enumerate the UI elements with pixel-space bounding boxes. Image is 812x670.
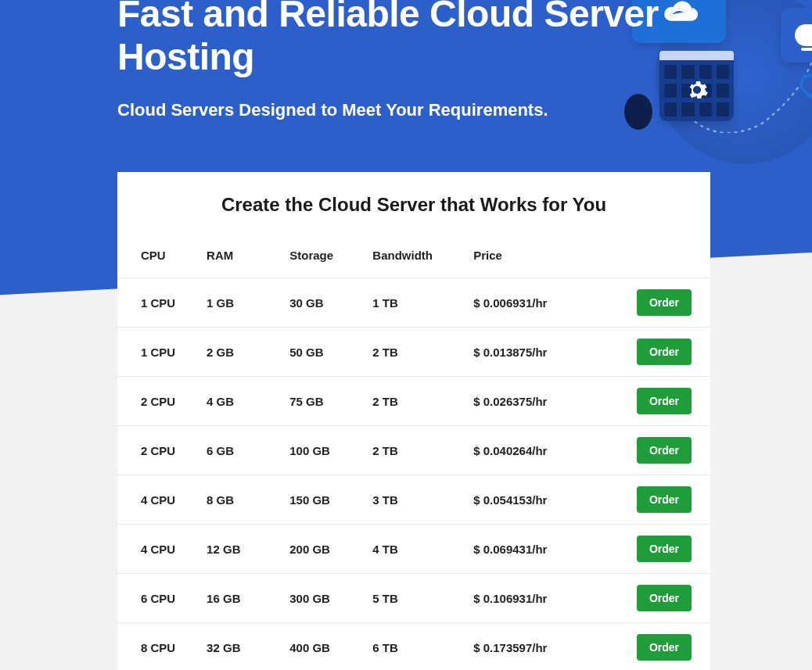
table-row: 1 CPU1 GB30 GB1 TB$ 0.006931/hrOrder: [117, 278, 710, 328]
cell-price: $ 0.106931/hr: [467, 574, 621, 623]
table-row: 6 CPU16 GB300 GB5 TB$ 0.106931/hrOrder: [117, 574, 710, 623]
col-storage: Storage: [283, 238, 366, 278]
table-row: 8 CPU32 GB400 GB6 TB$ 0.173597/hrOrder: [117, 623, 710, 671]
page-title: Fast and Reliable Cloud Server Hosting: [117, 0, 695, 78]
cell-cpu: 6 CPU: [117, 574, 200, 623]
page-subtitle: Cloud Servers Designed to Meet Your Requ…: [117, 100, 695, 120]
cell-ram: 4 GB: [200, 377, 283, 426]
cell-price: $ 0.026375/hr: [467, 377, 621, 426]
cell-ram: 6 GB: [200, 426, 283, 475]
cell-storage: 100 GB: [283, 426, 366, 475]
cell-price: $ 0.173597/hr: [467, 623, 621, 671]
cell-cpu: 4 CPU: [117, 525, 200, 574]
cell-cpu: 1 CPU: [117, 328, 200, 377]
order-button[interactable]: Order: [637, 536, 692, 562]
cell-price: $ 0.006931/hr: [467, 278, 621, 328]
table-row: 2 CPU4 GB75 GB2 TB$ 0.026375/hrOrder: [117, 377, 710, 426]
table-row: 2 CPU6 GB100 GB2 TB$ 0.040264/hrOrder: [117, 426, 710, 475]
cell-order: Order: [621, 623, 710, 671]
table-row: 4 CPU12 GB200 GB4 TB$ 0.069431/hrOrder: [117, 525, 710, 574]
cell-bandwidth: 2 TB: [366, 328, 467, 377]
cell-storage: 400 GB: [283, 623, 366, 671]
cell-bandwidth: 4 TB: [366, 525, 467, 574]
cell-cpu: 8 CPU: [117, 623, 200, 671]
table-header-row: CPU RAM Storage Bandwidth Price: [117, 238, 710, 278]
order-button[interactable]: Order: [637, 634, 692, 661]
cell-ram: 2 GB: [200, 328, 283, 377]
col-ram: RAM: [200, 238, 283, 278]
cloud-storage-icon: [781, 8, 812, 63]
cell-price: $ 0.040264/hr: [467, 426, 621, 475]
cell-order: Order: [621, 475, 710, 525]
cell-bandwidth: 2 TB: [366, 426, 467, 475]
cell-ram: 32 GB: [200, 623, 283, 671]
cell-order: Order: [621, 525, 710, 574]
cell-storage: 75 GB: [283, 377, 366, 426]
col-order: [621, 238, 710, 278]
cell-bandwidth: 5 TB: [366, 574, 467, 623]
cell-storage: 50 GB: [283, 328, 366, 377]
col-bandwidth: Bandwidth: [366, 238, 467, 278]
cell-price: $ 0.069431/hr: [467, 525, 621, 574]
order-button[interactable]: Order: [637, 437, 692, 464]
order-button[interactable]: Order: [637, 585, 692, 611]
cell-order: Order: [621, 426, 710, 475]
cell-ram: 12 GB: [200, 525, 283, 574]
cell-storage: 150 GB: [283, 475, 366, 525]
cell-bandwidth: 6 TB: [366, 623, 467, 671]
pricing-panel: Create the Cloud Server that Works for Y…: [117, 172, 710, 670]
order-button[interactable]: Order: [637, 486, 692, 513]
cell-storage: 300 GB: [283, 574, 366, 623]
cell-bandwidth: 3 TB: [366, 475, 467, 525]
cell-price: $ 0.054153/hr: [467, 475, 621, 525]
cell-price: $ 0.013875/hr: [467, 328, 621, 377]
col-cpu: CPU: [117, 238, 200, 278]
cell-order: Order: [621, 574, 710, 623]
cell-cpu: 2 CPU: [117, 377, 200, 426]
cell-bandwidth: 1 TB: [366, 278, 467, 328]
cell-cpu: 4 CPU: [117, 475, 200, 525]
cell-cpu: 1 CPU: [117, 278, 200, 328]
cell-ram: 1 GB: [200, 278, 283, 328]
cell-order: Order: [621, 328, 710, 377]
cell-ram: 16 GB: [200, 574, 283, 623]
cell-ram: 8 GB: [200, 475, 283, 525]
order-button[interactable]: Order: [637, 289, 692, 316]
pricing-table: CPU RAM Storage Bandwidth Price 1 CPU1 G…: [117, 238, 710, 670]
cell-order: Order: [621, 278, 710, 328]
panel-heading: Create the Cloud Server that Works for Y…: [117, 194, 710, 216]
cell-storage: 200 GB: [283, 525, 366, 574]
cell-storage: 30 GB: [283, 278, 366, 328]
col-price: Price: [467, 238, 621, 278]
table-row: 4 CPU8 GB150 GB3 TB$ 0.054153/hrOrder: [117, 475, 710, 525]
cell-bandwidth: 2 TB: [366, 377, 467, 426]
table-row: 1 CPU2 GB50 GB2 TB$ 0.013875/hrOrder: [117, 328, 710, 377]
cell-order: Order: [621, 377, 710, 426]
order-button[interactable]: Order: [637, 388, 692, 414]
order-button[interactable]: Order: [637, 339, 692, 365]
cell-cpu: 2 CPU: [117, 426, 200, 475]
